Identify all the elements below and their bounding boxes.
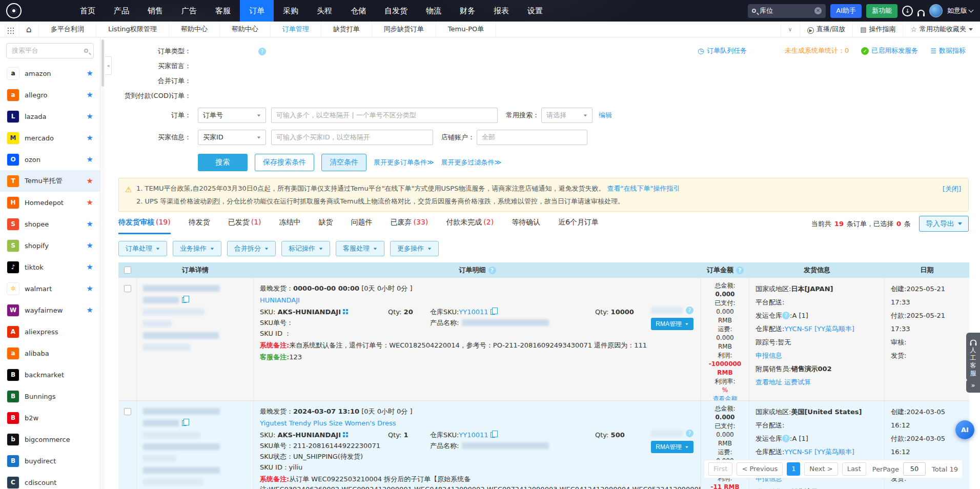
menu-item[interactable]: 报表 — [484, 0, 518, 22]
menu-item[interactable]: 物流 — [417, 0, 451, 22]
common-search-select[interactable]: 请选择 — [541, 108, 593, 123]
help-icon[interactable] — [686, 307, 693, 314]
save-search-button[interactable]: 保存搜索条件 — [255, 154, 314, 171]
warehouse-sku-link[interactable]: YY10011 — [459, 308, 488, 316]
uncreated-orders-stat[interactable]: 未生成系统单统计：0 — [785, 46, 849, 55]
action-button-0[interactable]: 订单处理 — [118, 241, 167, 256]
expand-widget-button[interactable]: » — [966, 379, 980, 393]
select-all-checkbox[interactable] — [124, 267, 131, 274]
platform-item-3[interactable]: M mercado — [0, 127, 100, 149]
edit-common-search-link[interactable]: 编辑 — [599, 111, 612, 120]
data-metrics-link[interactable]: 数据指标 — [930, 46, 966, 55]
workspace-tab[interactable]: 帮助中心 — [169, 22, 220, 37]
platform-item-0[interactable]: a amazon — [0, 63, 100, 84]
workspace-tab[interactable]: 多平台利润 — [39, 22, 96, 37]
platform-item-7[interactable]: S shopee — [0, 213, 100, 235]
apps-grid-button[interactable] — [0, 22, 19, 37]
help-icon[interactable] — [686, 430, 693, 437]
favorite-star-icon[interactable] — [87, 90, 93, 99]
rma-manage-button[interactable]: RMA管理 — [651, 441, 693, 453]
help-icon[interactable] — [782, 435, 790, 442]
status-tab-8[interactable]: 等待确认 — [512, 218, 540, 234]
avatar[interactable] — [929, 4, 943, 17]
scrollbar-thumb[interactable] — [101, 39, 104, 87]
rma-manage-button[interactable]: RMA管理 — [651, 318, 693, 330]
order-queue-link[interactable]: 订单队列任务 — [698, 46, 747, 55]
home-button[interactable] — [19, 22, 39, 37]
perpage-input[interactable]: 50 — [903, 462, 926, 476]
warehouse-sku-link[interactable]: YY10011 — [459, 431, 488, 439]
status-tab-5[interactable]: 问题件 — [351, 218, 373, 234]
copy-icon[interactable] — [491, 432, 495, 438]
collapse-filter-handle[interactable]: ◂ — [105, 56, 112, 75]
workspace-tab[interactable]: Listing权限管理 — [96, 22, 169, 37]
platform-item-12[interactable]: A aliexpress — [0, 321, 100, 342]
favorite-star-icon[interactable] — [87, 305, 93, 315]
status-tab-3[interactable]: 冻结中 — [279, 218, 301, 234]
platform-item-14[interactable]: B backmarket — [0, 364, 100, 385]
product-title-link[interactable]: Yigutest Trendy Plus Size Women's Dress — [260, 419, 396, 427]
workspace-tab[interactable]: Temu-PO单 — [436, 22, 496, 37]
action-button-2[interactable]: 合并拆分 — [227, 241, 276, 256]
previous-page-button[interactable]: < Previous — [737, 462, 783, 476]
next-page-button[interactable]: Next > — [804, 462, 838, 476]
favorites-link[interactable]: 常用功能收藏夹 — [903, 22, 980, 37]
global-search-input[interactable]: 库位 ✕ — [748, 4, 826, 18]
status-tab-1[interactable]: 待发货 — [189, 218, 210, 234]
row-checkbox[interactable] — [124, 285, 131, 292]
clear-search-icon[interactable]: ✕ — [814, 7, 822, 14]
platform-item-8[interactable]: S shopify — [0, 235, 100, 256]
label-service-link[interactable]: ✓ 已启用标发服务 — [861, 46, 918, 55]
workspace-tab[interactable]: 同步缺货订单 — [372, 22, 436, 37]
menu-item[interactable]: 自发货 — [375, 0, 417, 22]
menu-item[interactable]: 头程 — [308, 0, 341, 22]
online-order-guide-link[interactable]: 查看"在线下单"操作指引 — [607, 185, 680, 192]
help-icon[interactable] — [736, 267, 744, 274]
view-address-link[interactable]: 查看地址 — [756, 378, 782, 386]
help-icon[interactable] — [258, 48, 266, 55]
workspace-tab[interactable]: 帮助中心 — [220, 22, 271, 37]
platform-item-5[interactable]: T Temu半托管 — [0, 170, 100, 192]
view-amount-link[interactable]: 查看金额 — [713, 395, 738, 400]
favorite-star-icon[interactable] — [87, 262, 93, 272]
menu-item[interactable]: 仓储 — [341, 0, 375, 22]
menu-item[interactable]: 首页 — [71, 0, 105, 22]
platform-item-4[interactable]: O ozon — [0, 149, 100, 170]
platform-item-15[interactable]: B Bunnings — [0, 385, 100, 407]
declaration-link[interactable]: 申报信息 — [756, 352, 782, 359]
menu-item[interactable]: 设置 — [518, 0, 552, 22]
clear-conditions-button[interactable]: 清空条件 — [321, 154, 366, 171]
headset-icon[interactable] — [917, 10, 925, 14]
menu-item[interactable]: 订单 — [240, 0, 274, 22]
delivery-channel-link[interactable]: YYCN-SF [YY菜鸟顺丰] — [784, 448, 854, 456]
new-features-button[interactable]: 新功能 — [866, 4, 897, 18]
delivery-channel-link[interactable]: YYCN-SF [YY菜鸟顺丰] — [784, 325, 854, 333]
menu-item[interactable]: 广告 — [172, 0, 206, 22]
action-button-3[interactable]: 标记操作 — [281, 241, 330, 256]
workspace-tab[interactable]: 缺货打单 — [321, 22, 372, 37]
version-switcher[interactable]: 如意版 — [947, 6, 973, 15]
platform-search-input[interactable]: 搜索平台 — [6, 43, 94, 58]
buyer-type-select[interactable]: 买家ID — [198, 130, 266, 145]
ai-floating-button[interactable]: AI — [955, 420, 974, 439]
platform-item-19[interactable]: C cdiscount — [0, 472, 100, 489]
menu-item[interactable]: 财务 — [451, 0, 484, 22]
tabs-overflow-chevron[interactable] — [781, 22, 800, 37]
row-checkbox[interactable] — [124, 408, 131, 415]
first-page-button[interactable]: First — [708, 462, 732, 476]
favorite-star-icon[interactable] — [87, 69, 93, 78]
order-number-input[interactable]: 可输入多个，以空格隔开 | 一个单号不区分类型 — [271, 108, 498, 123]
favorite-star-icon[interactable] — [87, 112, 93, 121]
platform-item-17[interactable]: b bigcommerce — [0, 429, 100, 450]
status-tab-7[interactable]: 付款未完成(2) — [446, 218, 494, 234]
favorite-star-icon[interactable] — [87, 219, 93, 229]
favorite-star-icon[interactable] — [87, 155, 93, 164]
help-icon[interactable] — [782, 312, 790, 319]
favorite-star-icon[interactable] — [87, 198, 93, 207]
platform-item-6[interactable]: H Homedepot — [0, 192, 100, 213]
store-account-input[interactable]: 全部 — [477, 130, 587, 145]
download-icon[interactable]: ↓ — [902, 6, 913, 16]
sidebar-scrollbar[interactable] — [101, 38, 105, 489]
favorite-star-icon[interactable] — [87, 241, 93, 250]
platform-item-18[interactable]: B buydirect — [0, 450, 100, 472]
